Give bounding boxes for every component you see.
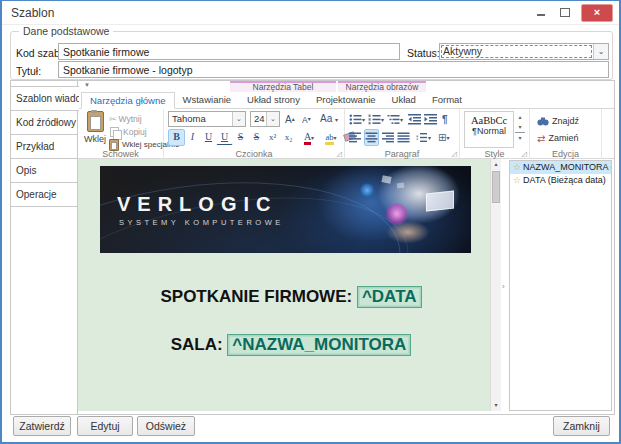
bold-button[interactable]: B [168,129,185,146]
scroll-up-icon[interactable]: ▴ [491,159,501,170]
find-button[interactable]: Znajdź [537,114,579,128]
scroll-down-icon[interactable]: ▾ [491,400,501,411]
bullet-list-button[interactable]: ▾ [348,111,366,128]
combo-arrow-icon[interactable]: ⌄ [593,44,608,59]
superscript-button[interactable]: x² [264,129,281,146]
ribbon-tab-insert[interactable]: Wstawianie [175,92,240,108]
decrease-indent-button[interactable] [407,111,422,128]
company-banner-image[interactable]: VERLOGIC SYSTEMY KOMPUTEROWE [100,166,471,253]
ribbon: ▼ Narzędzia Tabel Narzędzia obrazów Narz… [78,81,614,159]
refresh-button[interactable]: Odśwież [137,416,195,436]
borders-button[interactable]: ⊞ ▾ [437,129,450,146]
ribbon-tab-table-layout[interactable]: Układ [384,92,424,108]
star-icon: ☆ [513,175,521,185]
sidebar-tab-operations[interactable]: Operacje [11,182,78,207]
placeholder-item-label: NAZWA_MONITORA (Nazwa mon [523,162,611,172]
line-spacing-button[interactable]: ↕ ▾ [414,129,432,146]
status-select[interactable]: Aktywny ⌄ [439,43,609,60]
font-family-select[interactable]: Tahoma ⌄ [168,111,246,127]
placeholder-token-data[interactable]: ^DATA [357,286,422,308]
style-gallery-scroll[interactable]: ▴ ▾ ▾ [515,112,525,143]
grow-font-icon: A [285,114,292,125]
scrollbar-thumb[interactable] [492,171,500,203]
editor-line-meeting[interactable]: SPOTKANIE FIRMOWE: ^DATA [78,286,490,308]
basic-data-group-label: Dane podstawowe [19,25,113,37]
ribbon-menu-arrow-icon[interactable]: ▼ [84,82,90,88]
style-gallery-item[interactable]: AaBbCc ¶Normal [464,111,514,148]
combo-arrow-icon[interactable]: ⌄ [232,112,245,126]
align-left-button[interactable] [348,129,363,146]
placeholder-item-label: DATA (Bieżąca data) [523,175,606,185]
template-code-input[interactable] [58,43,400,60]
align-right-button[interactable] [380,129,395,146]
editor-line-room[interactable]: SALA: ^NAZWA_MONITORA [78,334,490,356]
sidebar-tab-label: Kod źródłowy [16,117,76,128]
template-dialog: Szablon × Dane podstawowe Kod szablonu: … [0,0,621,444]
edit-button[interactable]: Edytuj [77,416,133,436]
minimize-button[interactable] [531,4,551,20]
numbered-list-button[interactable]: ▾ [367,111,385,128]
placeholder-item-monitor-name[interactable]: ☆NAZWA_MONITORA (Nazwa mon [510,161,611,174]
double-underline-button[interactable]: U [216,129,233,145]
font-dialog-launcher[interactable]: ◿ [337,150,342,158]
text-highlight-button[interactable]: ab▾ [320,129,342,146]
paragraph-dialog-launcher[interactable]: ◿ [452,150,457,158]
dropdown-icon: ▾ [428,134,431,141]
show-marks-button[interactable]: ¶ [441,111,449,128]
close-button[interactable]: × [581,4,613,22]
contextual-header-picture-tools: Narzędzia obrazów [338,81,426,92]
ribbon-tab-table-design[interactable]: Projektowanie [308,92,384,108]
replace-label: Zamień [548,133,578,143]
ribbon-tab-picture-format[interactable]: Format [424,92,470,108]
placeholder-list-panel[interactable]: ☆NAZWA_MONITORA (Nazwa mon ☆DATA (Bieżąc… [509,160,612,411]
copy-icon [110,127,119,137]
change-case-button[interactable]: Aa ▾ [320,111,338,127]
sidebar-tab-source-code[interactable]: Kod źródłowy [11,110,78,135]
main-content-box: Szablon wiadomości Kod źródłowy Przykład… [10,80,615,415]
font-color-button[interactable]: A▾ [298,129,320,146]
maximize-button[interactable] [555,4,575,20]
styles-dialog-launcher[interactable]: ◿ [522,150,527,158]
placeholder-item-date[interactable]: ☆DATA (Bieżąca data) [510,174,611,187]
grow-font-button[interactable]: A▴ [285,111,295,127]
double-strikethrough-button[interactable]: S [248,129,265,146]
placeholder-token-monitor-name[interactable]: ^NAZWA_MONITORA [227,334,411,356]
font-size-select[interactable]: 24 ⌄ [250,111,280,127]
underline-button[interactable]: U [200,129,217,146]
align-center-icon [365,132,378,143]
approve-button[interactable]: Zatwierdź [13,416,71,436]
template-editor-canvas[interactable]: VERLOGIC SYSTEMY KOMPUTEROWE SPOTKANIE F… [78,159,501,411]
combo-arrow-icon[interactable]: ⌄ [266,112,279,126]
justify-button[interactable] [396,129,411,146]
panel-splitter[interactable]: › [501,159,509,411]
shrink-font-button[interactable]: A▾ [302,111,311,127]
ribbon-tab-home[interactable]: Narzędzia główne [81,92,175,109]
sidebar-tab-description[interactable]: Opis [11,158,78,183]
gallery-down-icon[interactable]: ▾ [515,122,525,132]
increase-indent-button[interactable] [423,111,438,128]
close-dialog-button[interactable]: Zamknij [553,416,610,436]
sidebar-tab-message-template[interactable]: Szablon wiadomości [11,86,79,111]
copy-button[interactable]: Kopiuj [109,125,147,138]
ribbon-groups: Wklej ✂ Wytnij Kopiuj Wklej specjalnie [78,109,604,159]
gallery-up-icon[interactable]: ▴ [515,112,525,122]
contextual-header-table-tools: Narzędzia Tabel [230,81,336,92]
multilevel-list-button[interactable]: ▾ [386,111,404,128]
ribbon-tab-page-layout[interactable]: Układ strony [239,92,308,108]
dropdown-icon: ▾ [362,116,365,123]
title-input[interactable] [58,61,609,78]
editor-scrollbar[interactable]: ▴ ▾ [490,159,501,411]
sidebar-tab-example[interactable]: Przykład [11,134,78,159]
up-caret-icon: ▴ [292,116,295,122]
banner-laptop-shape [426,191,454,212]
dropdown-icon: ▾ [446,134,449,141]
align-center-button[interactable] [364,129,379,146]
line1-prefix: SPOTKANIE FIRMOWE: [160,287,356,306]
italic-button[interactable]: I [184,129,201,146]
gallery-more-icon[interactable]: ▾ [515,132,525,143]
cut-button[interactable]: ✂ Wytnij [109,112,142,125]
replace-button[interactable]: ⇄ Zamień [537,131,578,145]
strikethrough-button[interactable]: S [232,129,249,146]
subscript-button[interactable]: x₂ [280,129,297,146]
highlight-icon: ab [325,132,333,145]
